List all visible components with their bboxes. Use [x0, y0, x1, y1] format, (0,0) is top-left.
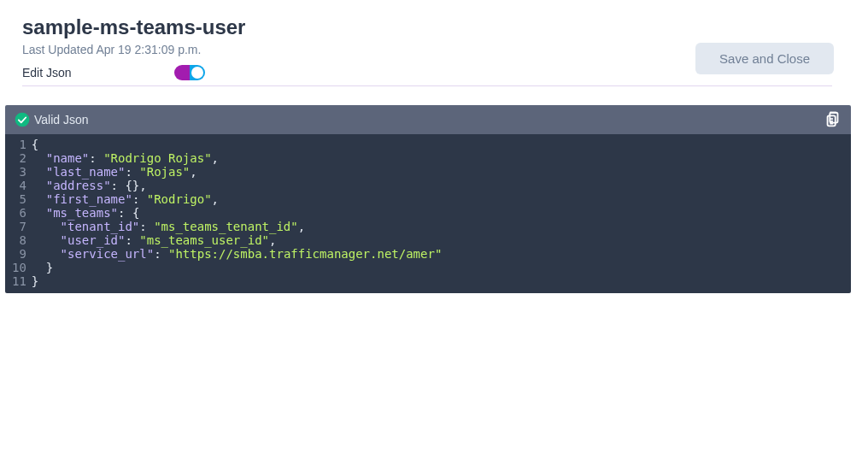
- toggle-knob: [191, 67, 203, 79]
- token-indent: [32, 165, 46, 179]
- token-indent: [32, 233, 61, 247]
- line-number: 6: [12, 206, 26, 220]
- token-str: "Rodrigo Rojas": [103, 151, 211, 165]
- token-punc: :: [132, 192, 147, 206]
- token-key: "first_name": [46, 192, 132, 206]
- token-punc: :: [111, 179, 126, 192]
- code-line: "service_url": "https://smba.trafficmana…: [32, 247, 442, 261]
- code-line: "ms_teams": {: [32, 206, 442, 220]
- token-punc: :: [125, 165, 139, 179]
- token-indent: [32, 261, 46, 274]
- token-indent: [32, 247, 61, 261]
- token-brace: }: [46, 261, 53, 274]
- check-circle-icon: [14, 111, 31, 128]
- token-key: "tenant_id": [61, 220, 140, 233]
- token-key: "service_url": [61, 247, 155, 261]
- token-punc: :: [139, 220, 154, 233]
- line-number: 5: [12, 192, 26, 206]
- token-punc: ,: [190, 165, 196, 179]
- token-indent: [32, 179, 46, 192]
- save-and-close-button[interactable]: Save and Close: [695, 43, 834, 74]
- token-key: "address": [46, 179, 111, 192]
- code-area[interactable]: 1234567891011 { "name": "Rodrigo Rojas",…: [5, 134, 851, 293]
- line-number: 7: [12, 220, 26, 233]
- code-line: {: [32, 138, 442, 151]
- token-punc: :: [125, 233, 139, 247]
- line-number-gutter: 1234567891011: [5, 138, 32, 288]
- token-brace: }: [32, 274, 38, 288]
- token-key: "name": [46, 151, 90, 165]
- code-content[interactable]: { "name": "Rodrigo Rojas", "last_name": …: [32, 138, 455, 288]
- editor-status-text: Valid Json: [34, 113, 89, 127]
- code-line: }: [32, 261, 442, 274]
- line-number: 10: [12, 261, 26, 274]
- line-number: 8: [12, 233, 26, 247]
- line-number: 3: [12, 165, 26, 179]
- token-brace: {: [32, 138, 38, 151]
- token-punc: ,: [212, 192, 219, 206]
- token-key: "user_id": [61, 233, 126, 247]
- line-number: 1: [12, 138, 26, 151]
- line-number: 9: [12, 247, 26, 261]
- token-punc: :: [154, 247, 168, 261]
- token-punc: ,: [298, 220, 305, 233]
- copy-icon[interactable]: [824, 110, 842, 129]
- code-line: "name": "Rodrigo Rojas",: [32, 151, 442, 165]
- token-key: "ms_teams": [46, 206, 118, 220]
- json-editor: Valid Json 1234567891011 { "name": "Rodr…: [5, 105, 851, 293]
- line-number: 4: [12, 179, 26, 192]
- code-line: "last_name": "Rojas",: [32, 165, 442, 179]
- token-indent: [32, 151, 46, 165]
- token-punc: ,: [269, 233, 276, 247]
- code-line: "first_name": "Rodrigo",: [32, 192, 442, 206]
- code-line: "user_id": "ms_teams_user_id",: [32, 233, 442, 247]
- token-indent: [32, 192, 46, 206]
- token-str: "Rodrigo": [147, 192, 212, 206]
- edit-json-toggle[interactable]: [174, 65, 205, 80]
- page-title: sample-ms-teams-user: [22, 15, 832, 39]
- code-line: "address": {},: [32, 179, 442, 192]
- code-line: }: [32, 274, 442, 288]
- token-punc: :: [118, 206, 132, 220]
- token-brace: {}: [125, 179, 139, 192]
- token-indent: [32, 220, 61, 233]
- token-key: "last_name": [46, 165, 126, 179]
- token-brace: {: [132, 206, 139, 220]
- edit-json-label: Edit Json: [22, 66, 72, 79]
- token-str: "ms_teams_tenant_id": [154, 220, 298, 233]
- token-punc: ,: [139, 179, 146, 192]
- code-line: "tenant_id": "ms_teams_tenant_id",: [32, 220, 442, 233]
- svg-point-0: [15, 113, 30, 127]
- editor-status-bar: Valid Json: [5, 105, 851, 134]
- token-indent: [32, 206, 46, 220]
- token-str: "ms_teams_user_id": [139, 233, 269, 247]
- line-number: 2: [12, 151, 26, 165]
- token-str: "https://smba.trafficmanager.net/amer": [168, 247, 442, 261]
- token-str: "Rojas": [139, 165, 190, 179]
- token-punc: ,: [212, 151, 219, 165]
- line-number: 11: [12, 274, 26, 288]
- token-punc: :: [89, 151, 103, 165]
